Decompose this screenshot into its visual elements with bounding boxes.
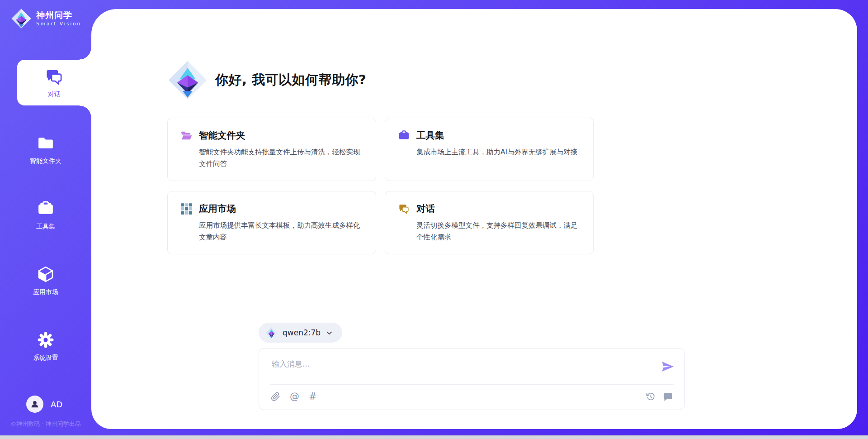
card-title: 应用市场: [199, 202, 236, 215]
horizontal-scrollbar[interactable]: [0, 435, 868, 439]
gem-logo-icon: [167, 60, 208, 100]
card-description: 应用市场提供丰富长文本模板，助力高效生成多样化文章内容: [199, 220, 363, 243]
card-title: 工具集: [416, 129, 444, 142]
sidebar-item-toolset[interactable]: 工具集: [0, 200, 91, 231]
cube-icon: [37, 265, 55, 283]
hashtag-icon[interactable]: #: [309, 392, 317, 401]
toolbox-icon: [398, 129, 410, 142]
mention-icon[interactable]: @: [290, 392, 299, 401]
composer-area: qwen2:7b @ #: [259, 323, 685, 410]
folder-icon: [37, 134, 55, 152]
person-icon: [30, 399, 40, 409]
app-logo-icon: [11, 8, 32, 29]
sidebar-item-chat[interactable]: 对话: [17, 60, 91, 105]
send-button[interactable]: [661, 360, 675, 373]
send-icon: [661, 360, 675, 373]
copyright-footer: ©神州数码 · 神州问学出品: [0, 420, 91, 428]
app-window: 神州问学 Smart Vision 对话 智能文件夹 工具集 应用市场 系统设置: [0, 0, 868, 439]
sidebar-item-label: 系统设置: [0, 354, 91, 362]
chat-icon: [44, 67, 64, 87]
history-button[interactable]: [646, 392, 656, 401]
sidebar-item-settings[interactable]: 系统设置: [0, 331, 91, 362]
user-profile[interactable]: AD: [26, 396, 62, 413]
sidebar-item-label: 智能文件夹: [0, 157, 91, 165]
greeting: 你好, 我可以如何帮助你?: [167, 60, 594, 100]
welcome-section: 你好, 我可以如何帮助你? 智能文件夹 智能文件夹功能支持批量文件上传与清洗，轻…: [167, 60, 594, 254]
feedback-bubble-icon: [663, 392, 673, 401]
card-description: 灵活切换多模型文件，支持多样回复效果调试，满足个性化需求: [416, 220, 580, 243]
sidebar: 神州问学 Smart Vision 对话 智能文件夹 工具集 应用市场 系统设置: [0, 0, 91, 439]
chat-icon: [398, 203, 410, 215]
app-subtitle: Smart Vision: [36, 21, 81, 27]
card-smart-folder[interactable]: 智能文件夹 智能文件夹功能支持批量文件上传与清洗，轻松实现文件问答: [167, 118, 376, 181]
model-name: qwen2:7b: [283, 328, 321, 337]
gem-logo-icon: [265, 327, 278, 339]
model-selector[interactable]: qwen2:7b: [259, 323, 342, 343]
folder-open-icon: [180, 129, 193, 142]
card-description: 智能文件夹功能支持批量文件上传与清洗，轻松实现文件问答: [199, 147, 363, 170]
composer-tools-right: [646, 392, 673, 401]
user-name: AD: [51, 400, 62, 409]
composer-tools-left: @ #: [271, 392, 317, 401]
grid-icon: [180, 203, 193, 215]
sidebar-item-label: 应用市场: [0, 288, 91, 296]
card-toolset[interactable]: 工具集 集成市场上主流工具，助力AI与外界无缝扩展与对接: [385, 118, 594, 181]
card-description: 集成市场上主流工具，助力AI与外界无缝扩展与对接: [416, 147, 580, 158]
history-icon: [646, 392, 656, 401]
brand: 神州问学 Smart Vision: [11, 8, 81, 29]
sidebar-item-label: 对话: [17, 90, 91, 99]
card-title: 智能文件夹: [199, 129, 245, 142]
gear-icon: [37, 331, 55, 349]
card-chat[interactable]: 对话 灵活切换多模型文件，支持多样回复效果调试，满足个性化需求: [385, 191, 594, 254]
attach-button[interactable]: [271, 392, 280, 401]
message-composer: @ #: [259, 348, 685, 410]
sidebar-item-app-market[interactable]: 应用市场: [0, 265, 91, 296]
attachment-icon: [271, 392, 280, 401]
message-input[interactable]: [272, 356, 642, 372]
toolbox-icon: [37, 200, 55, 218]
avatar: [26, 396, 43, 413]
greeting-title: 你好, 我可以如何帮助你?: [215, 71, 366, 89]
sidebar-item-smart-folder[interactable]: 智能文件夹: [0, 134, 91, 165]
chevron-down-icon: [326, 329, 333, 337]
feature-cards: 智能文件夹 智能文件夹功能支持批量文件上传与清洗，轻松实现文件问答 工具集 集成…: [167, 118, 594, 254]
app-title: 神州问学: [36, 10, 81, 20]
feedback-button[interactable]: [663, 392, 673, 401]
card-title: 对话: [416, 202, 435, 215]
card-app-market[interactable]: 应用市场 应用市场提供丰富长文本模板，助力高效生成多样化文章内容: [167, 191, 376, 254]
composer-divider: [270, 384, 674, 385]
sidebar-item-label: 工具集: [0, 223, 91, 231]
